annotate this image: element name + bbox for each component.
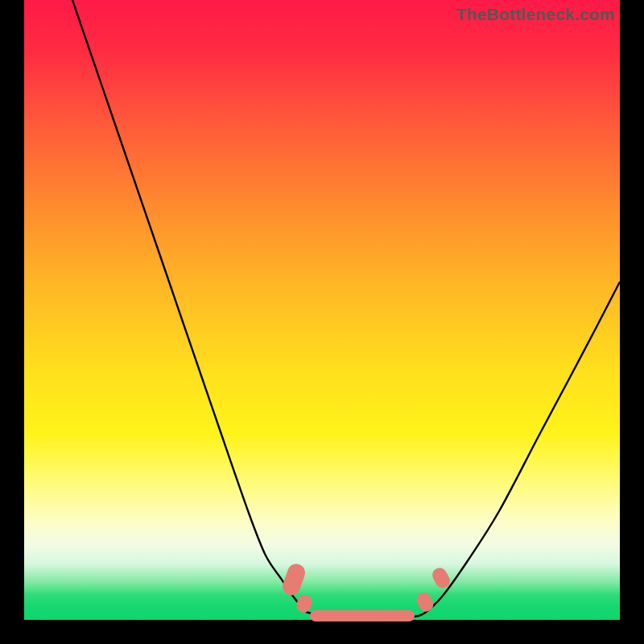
curve-right xyxy=(427,282,620,612)
bump-floor xyxy=(310,610,415,621)
chart-svg xyxy=(24,0,620,620)
curve-left xyxy=(72,0,306,612)
